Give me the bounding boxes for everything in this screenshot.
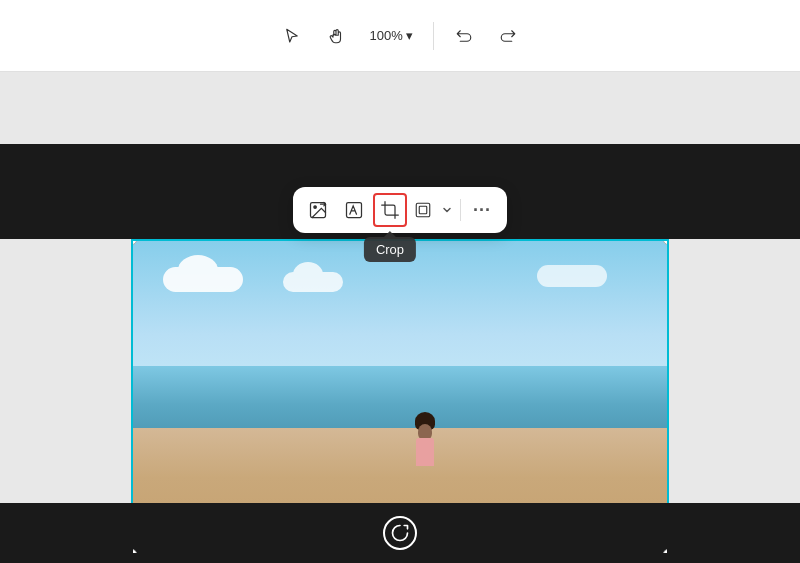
rotate-button[interactable] xyxy=(383,516,417,550)
more-options-button[interactable]: ··· xyxy=(465,193,499,227)
replace-image-button[interactable] xyxy=(301,193,335,227)
mask-dropdown-button[interactable] xyxy=(438,193,456,227)
crop-button[interactable]: Crop xyxy=(373,193,407,227)
svg-rect-2 xyxy=(347,203,362,218)
toolbar-separator xyxy=(460,199,461,221)
select-tool-button[interactable] xyxy=(274,18,310,54)
top-toolbar: 100% ▾ xyxy=(0,0,800,72)
svg-point-1 xyxy=(314,206,317,209)
image-toolbar: Crop ··· xyxy=(293,187,507,233)
cloud-2 xyxy=(283,272,343,292)
alt-text-button[interactable] xyxy=(337,193,371,227)
letterbox-bottom xyxy=(0,503,800,563)
mask-button[interactable] xyxy=(409,193,437,227)
crop-icon xyxy=(380,200,400,220)
zoom-level-text: 100% ▾ xyxy=(370,28,414,43)
cursor-icon xyxy=(283,27,301,45)
svg-rect-4 xyxy=(419,206,427,214)
cloud-1 xyxy=(163,267,243,292)
person-body xyxy=(416,438,434,466)
svg-rect-3 xyxy=(416,203,430,217)
undo-button[interactable] xyxy=(446,18,482,54)
hand-tool-button[interactable] xyxy=(318,18,354,54)
mask-button-group xyxy=(409,193,456,227)
toolbar-divider xyxy=(433,22,434,50)
chevron-down-icon xyxy=(442,205,452,215)
alt-text-icon xyxy=(344,200,364,220)
cloud-3 xyxy=(537,265,607,287)
replace-image-icon xyxy=(308,200,328,220)
undo-icon xyxy=(455,27,473,45)
canvas-area: Crop ··· xyxy=(0,72,800,563)
mask-icon xyxy=(414,201,432,219)
zoom-control[interactable]: 100% ▾ xyxy=(362,24,422,47)
redo-button[interactable] xyxy=(490,18,526,54)
redo-icon xyxy=(499,27,517,45)
more-options-icon: ··· xyxy=(473,200,491,221)
clouds xyxy=(133,257,667,351)
rotate-icon xyxy=(390,523,410,543)
hand-icon xyxy=(327,27,345,45)
person-figure xyxy=(411,416,439,466)
